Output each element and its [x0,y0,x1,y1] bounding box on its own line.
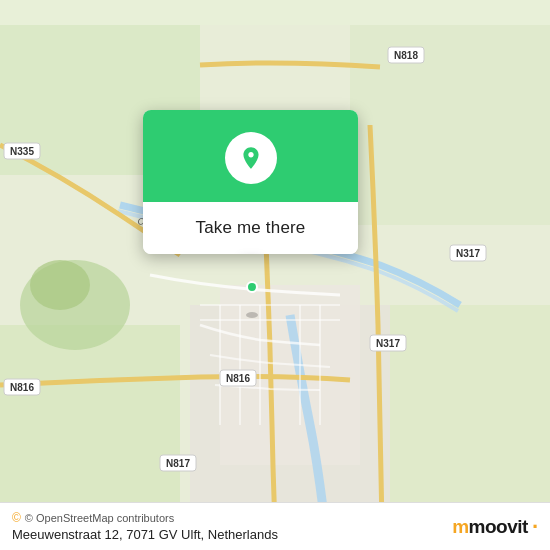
svg-text:N816: N816 [10,382,34,393]
footer-address: Meeuwenstraat 12, 7071 GV Ulft, Netherla… [12,527,278,542]
svg-text:N817: N817 [166,458,190,469]
svg-point-24 [246,312,258,318]
svg-text:N317: N317 [456,248,480,259]
footer-bar: © © OpenStreetMap contributors Meeuwenst… [0,502,550,550]
svg-point-8 [30,260,90,310]
svg-rect-3 [0,325,180,525]
popup-button-area: Take me there [143,202,358,254]
moovit-logo-text: mmoovit [452,516,528,538]
map-background: N818 N335 N817 N816 N816 N317 N317 Oude … [0,0,550,550]
svg-point-25 [247,282,257,292]
svg-text:N816: N816 [226,373,250,384]
popup-card: Take me there [143,110,358,254]
moovit-logo: mmoovit · [452,516,538,538]
map-container: N818 N335 N817 N816 N816 N317 N317 Oude … [0,0,550,550]
location-pin-icon [238,145,264,171]
osm-credit-text: © OpenStreetMap contributors [25,512,174,524]
popup-green-header [143,110,358,202]
svg-text:N818: N818 [394,50,418,61]
svg-text:N335: N335 [10,146,34,157]
svg-text:N317: N317 [376,338,400,349]
osm-credit: © © OpenStreetMap contributors [12,511,278,525]
location-icon-circle [225,132,277,184]
svg-rect-2 [350,25,550,225]
take-me-there-button[interactable]: Take me there [188,216,314,240]
